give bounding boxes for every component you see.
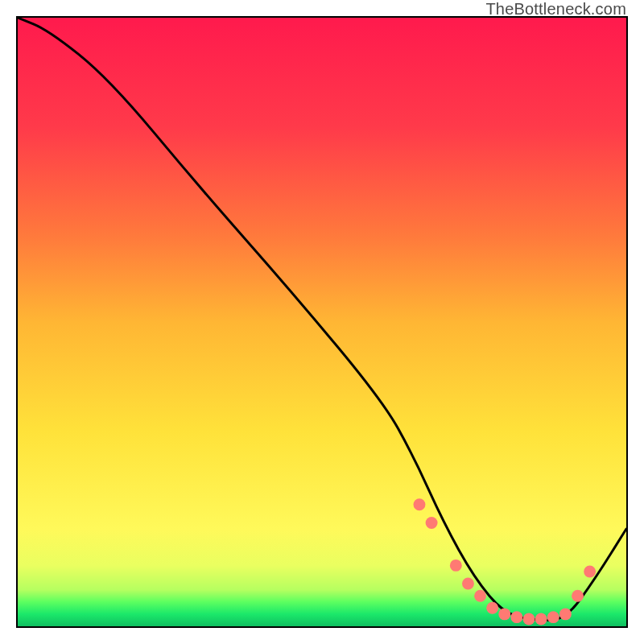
marker-point bbox=[559, 608, 572, 620]
bottleneck-curve bbox=[18, 18, 626, 620]
marker-point bbox=[584, 565, 596, 577]
marker-point bbox=[413, 498, 425, 510]
marker-point bbox=[462, 578, 474, 590]
marker-point bbox=[474, 590, 486, 602]
marker-point bbox=[510, 611, 522, 623]
marker-point bbox=[535, 613, 547, 625]
marker-point bbox=[426, 517, 438, 529]
chart-stage: TheBottleneck.com bbox=[0, 0, 644, 644]
marker-point bbox=[523, 613, 535, 625]
plot-area bbox=[16, 16, 628, 628]
marker-point bbox=[486, 602, 498, 614]
marker-point bbox=[498, 608, 510, 620]
marker-point bbox=[547, 611, 559, 623]
marker-point bbox=[450, 559, 462, 572]
curve-layer bbox=[18, 18, 626, 626]
marker-point bbox=[572, 590, 584, 602]
